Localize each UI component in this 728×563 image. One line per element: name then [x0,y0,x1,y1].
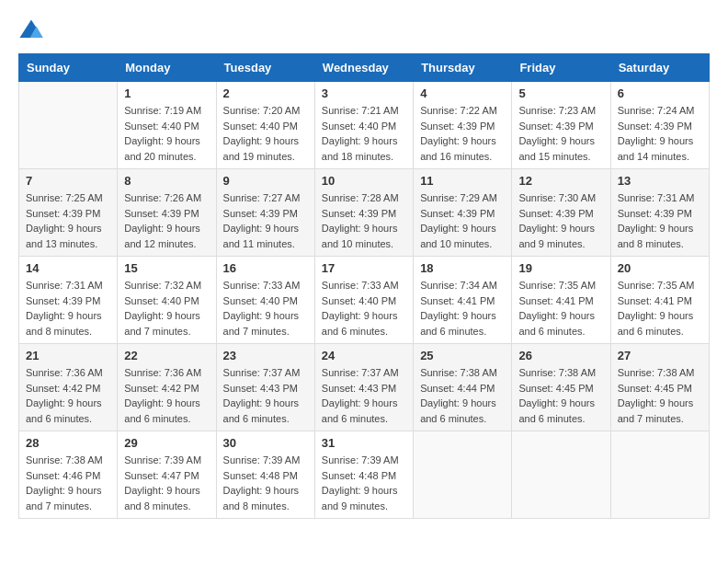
day-info: Sunrise: 7:32 AMSunset: 4:40 PMDaylight:… [124,278,209,339]
calendar-cell: 9Sunrise: 7:27 AMSunset: 4:39 PMDaylight… [216,169,314,257]
day-info: Sunrise: 7:29 AMSunset: 4:39 PMDaylight:… [420,190,505,251]
day-number: 4 [420,86,505,100]
day-info: Sunrise: 7:31 AMSunset: 4:39 PMDaylight:… [618,190,702,251]
day-number: 17 [322,261,406,275]
day-number: 26 [518,349,603,362]
day-number: 12 [518,174,603,188]
calendar-cell: 25Sunrise: 7:38 AMSunset: 4:44 PMDayligh… [414,344,512,431]
day-info: Sunrise: 7:37 AMSunset: 4:43 PMDaylight:… [223,365,308,426]
day-info: Sunrise: 7:39 AMSunset: 4:47 PMDaylight:… [124,453,209,513]
day-info: Sunrise: 7:39 AMSunset: 4:48 PMDaylight:… [223,453,308,513]
day-info: Sunrise: 7:28 AMSunset: 4:39 PMDaylight:… [322,190,406,251]
calendar-cell: 31Sunrise: 7:39 AMSunset: 4:48 PMDayligh… [314,431,413,519]
calendar-cell: 14Sunrise: 7:31 AMSunset: 4:39 PMDayligh… [19,257,118,344]
day-info: Sunrise: 7:27 AMSunset: 4:39 PMDaylight:… [223,190,308,251]
calendar-cell: 19Sunrise: 7:35 AMSunset: 4:41 PMDayligh… [512,257,610,344]
weekday-header: Sunday [19,54,118,82]
calendar-table: SundayMondayTuesdayWednesdayThursdayFrid… [18,53,710,519]
day-number: 28 [26,436,110,450]
weekday-header: Friday [512,54,610,82]
calendar-cell: 3Sunrise: 7:21 AMSunset: 4:40 PMDaylight… [314,82,413,169]
day-info: Sunrise: 7:38 AMSunset: 4:44 PMDaylight:… [420,365,505,426]
calendar-cell: 17Sunrise: 7:33 AMSunset: 4:40 PMDayligh… [314,257,413,344]
weekday-header: Wednesday [314,54,413,82]
calendar-cell [19,82,118,169]
calendar-header-row: SundayMondayTuesdayWednesdayThursdayFrid… [19,54,710,82]
day-number: 2 [223,86,308,100]
calendar-cell: 1Sunrise: 7:19 AMSunset: 4:40 PMDaylight… [118,82,216,169]
day-info: Sunrise: 7:39 AMSunset: 4:48 PMDaylight:… [322,453,406,513]
day-info: Sunrise: 7:38 AMSunset: 4:46 PMDaylight:… [26,453,110,513]
day-number: 16 [223,261,308,275]
day-number: 3 [322,86,406,100]
day-number: 5 [518,86,603,100]
day-number: 27 [618,349,702,362]
day-info: Sunrise: 7:35 AMSunset: 4:41 PMDaylight:… [618,278,702,339]
logo [18,18,46,44]
day-number: 8 [124,174,209,188]
calendar-cell: 29Sunrise: 7:39 AMSunset: 4:47 PMDayligh… [118,431,216,519]
calendar-cell: 15Sunrise: 7:32 AMSunset: 4:40 PMDayligh… [118,257,216,344]
day-number: 9 [223,174,308,188]
day-number: 15 [124,261,209,275]
day-number: 1 [124,86,209,100]
weekday-header: Thursday [414,54,512,82]
calendar-cell: 7Sunrise: 7:25 AMSunset: 4:39 PMDaylight… [19,169,118,257]
calendar-week-row: 21Sunrise: 7:36 AMSunset: 4:42 PMDayligh… [19,344,710,431]
day-number: 19 [518,261,603,275]
day-info: Sunrise: 7:37 AMSunset: 4:43 PMDaylight:… [322,365,406,426]
calendar-week-row: 7Sunrise: 7:25 AMSunset: 4:39 PMDaylight… [19,169,710,257]
day-number: 30 [223,436,308,450]
calendar-cell: 5Sunrise: 7:23 AMSunset: 4:39 PMDaylight… [512,82,610,169]
day-info: Sunrise: 7:19 AMSunset: 4:40 PMDaylight:… [124,103,209,164]
calendar-cell: 24Sunrise: 7:37 AMSunset: 4:43 PMDayligh… [314,344,413,431]
calendar-cell: 21Sunrise: 7:36 AMSunset: 4:42 PMDayligh… [19,344,118,431]
calendar-cell [610,431,709,519]
page-header [18,18,710,44]
calendar-cell: 27Sunrise: 7:38 AMSunset: 4:45 PMDayligh… [610,344,709,431]
calendar-cell [414,431,512,519]
logo-icon [18,18,44,44]
day-number: 11 [420,174,505,188]
weekday-header: Tuesday [216,54,314,82]
calendar-cell: 22Sunrise: 7:36 AMSunset: 4:42 PMDayligh… [118,344,216,431]
day-number: 22 [124,349,209,362]
calendar-cell: 8Sunrise: 7:26 AMSunset: 4:39 PMDaylight… [118,169,216,257]
day-number: 13 [618,174,702,188]
calendar-week-row: 28Sunrise: 7:38 AMSunset: 4:46 PMDayligh… [19,431,710,519]
calendar-cell [512,431,610,519]
day-info: Sunrise: 7:36 AMSunset: 4:42 PMDaylight:… [26,365,110,426]
day-number: 21 [26,349,110,362]
day-number: 29 [124,436,209,450]
calendar-cell: 30Sunrise: 7:39 AMSunset: 4:48 PMDayligh… [216,431,314,519]
day-info: Sunrise: 7:31 AMSunset: 4:39 PMDaylight:… [26,278,110,339]
calendar-cell: 13Sunrise: 7:31 AMSunset: 4:39 PMDayligh… [610,169,709,257]
day-number: 18 [420,261,505,275]
day-info: Sunrise: 7:24 AMSunset: 4:39 PMDaylight:… [618,103,702,164]
weekday-header: Saturday [610,54,709,82]
day-info: Sunrise: 7:26 AMSunset: 4:39 PMDaylight:… [124,190,209,251]
day-info: Sunrise: 7:33 AMSunset: 4:40 PMDaylight:… [223,278,308,339]
calendar-cell: 23Sunrise: 7:37 AMSunset: 4:43 PMDayligh… [216,344,314,431]
day-info: Sunrise: 7:38 AMSunset: 4:45 PMDaylight:… [518,365,603,426]
day-info: Sunrise: 7:34 AMSunset: 4:41 PMDaylight:… [420,278,505,339]
calendar-cell: 12Sunrise: 7:30 AMSunset: 4:39 PMDayligh… [512,169,610,257]
day-info: Sunrise: 7:36 AMSunset: 4:42 PMDaylight:… [124,365,209,426]
day-info: Sunrise: 7:33 AMSunset: 4:40 PMDaylight:… [322,278,406,339]
day-info: Sunrise: 7:23 AMSunset: 4:39 PMDaylight:… [518,103,603,164]
day-number: 23 [223,349,308,362]
day-info: Sunrise: 7:20 AMSunset: 4:40 PMDaylight:… [223,103,308,164]
day-number: 25 [420,349,505,362]
day-number: 7 [26,174,110,188]
calendar-cell: 4Sunrise: 7:22 AMSunset: 4:39 PMDaylight… [414,82,512,169]
day-info: Sunrise: 7:30 AMSunset: 4:39 PMDaylight:… [518,190,603,251]
calendar-cell: 20Sunrise: 7:35 AMSunset: 4:41 PMDayligh… [610,257,709,344]
calendar-cell: 2Sunrise: 7:20 AMSunset: 4:40 PMDaylight… [216,82,314,169]
calendar-week-row: 1Sunrise: 7:19 AMSunset: 4:40 PMDaylight… [19,82,710,169]
day-info: Sunrise: 7:25 AMSunset: 4:39 PMDaylight:… [26,190,110,251]
calendar-week-row: 14Sunrise: 7:31 AMSunset: 4:39 PMDayligh… [19,257,710,344]
day-number: 24 [322,349,406,362]
calendar-cell: 6Sunrise: 7:24 AMSunset: 4:39 PMDaylight… [610,82,709,169]
day-info: Sunrise: 7:35 AMSunset: 4:41 PMDaylight:… [518,278,603,339]
weekday-header: Monday [118,54,216,82]
